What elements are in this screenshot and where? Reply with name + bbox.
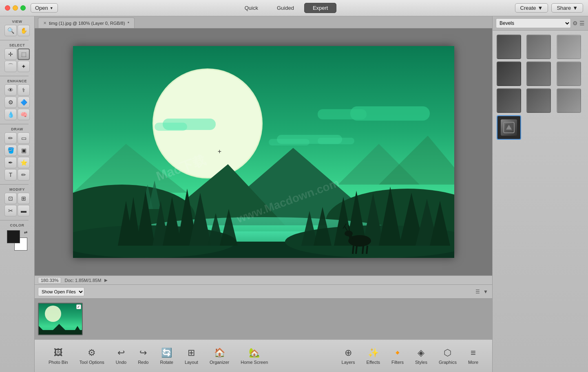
divider-1 (0, 40, 29, 40)
paint-bucket-tool[interactable]: 🪣 (4, 145, 17, 156)
straighten-tool[interactable]: ▬ (18, 205, 30, 216)
style-item-5[interactable] (526, 62, 551, 86)
foreground-color-swatch[interactable] (7, 230, 20, 243)
brush-tool[interactable]: ✏ (4, 132, 17, 144)
filters-button[interactable]: 🔸 Filters (386, 345, 409, 367)
svg-line-52 (367, 246, 367, 254)
panel-gear-icon[interactable]: ⚙ (573, 20, 578, 26)
healing-tool[interactable]: ⚕ (18, 84, 30, 96)
canvas-wrapper: Mac下载 www.Macdown.com + (73, 46, 454, 258)
doc-info: Doc: 1.85M/1.85M (64, 278, 101, 283)
layers-icon: ⊕ (345, 348, 352, 358)
style-item-7[interactable] (497, 88, 521, 113)
svg-rect-6 (155, 123, 187, 131)
effects-label: Effects (367, 360, 380, 365)
recompose-tool[interactable]: ⊞ (18, 193, 30, 204)
stamp-tool[interactable]: 🔷 (18, 97, 30, 108)
organizer-button[interactable]: 🏠 Organizer (204, 345, 235, 367)
canvas-area[interactable]: Mac下载 www.Macdown.com + (35, 29, 492, 275)
zoom-level[interactable]: 180.33% (38, 277, 61, 284)
type-tool[interactable]: T (4, 169, 17, 180)
magic-wand-tool[interactable]: ✦ (18, 61, 30, 72)
layers-button[interactable]: ⊕ Layers (336, 345, 361, 367)
eraser-tool[interactable]: ▭ (18, 132, 30, 144)
style-item-9[interactable] (557, 88, 581, 113)
more-button[interactable]: ≡ More (462, 345, 484, 367)
rotate-button[interactable]: 🔄 Rotate (154, 345, 179, 367)
show-files-select[interactable]: Show Open Files (38, 287, 84, 296)
undo-button[interactable]: ↩ Undo (110, 345, 132, 367)
panel-menu-icon[interactable]: ☰ (579, 20, 585, 26)
bin-expand-icon[interactable]: ▼ (482, 288, 489, 295)
divider-2 (0, 76, 29, 76)
mode-guided[interactable]: Guided (268, 3, 303, 13)
photo-bin-button[interactable]: 🖼 Photo Bin (43, 345, 74, 367)
mode-switcher: Quick Guided Expert (63, 3, 510, 13)
lasso-tool[interactable]: ⌒ (4, 61, 17, 72)
title-right-actions: Create ▼ Share ▼ (515, 3, 583, 13)
gradient-tool[interactable]: ▣ (18, 145, 30, 156)
bin-list-icon[interactable]: ☰ (475, 288, 481, 295)
panel-style-select[interactable]: Bevels (496, 18, 571, 28)
type-mask-tool[interactable]: ✏ (18, 169, 30, 180)
clone-tool[interactable]: ⚙ (4, 97, 17, 108)
move-tool[interactable]: ✛ (4, 48, 17, 60)
more-label: More (468, 360, 478, 365)
open-button[interactable]: Open ▼ (31, 3, 58, 13)
select-tools-row-2: ⌒ ✦ (4, 61, 30, 72)
style-item-2[interactable] (526, 35, 551, 59)
svg-rect-9 (318, 138, 354, 144)
style-item-3[interactable] (557, 35, 581, 59)
close-button[interactable] (5, 5, 10, 11)
redo-button[interactable]: ↪ Redo (132, 345, 154, 367)
enhance-tools-row-2: ⚙ 🔷 (4, 97, 30, 108)
maximize-button[interactable] (20, 5, 26, 11)
home-screen-button[interactable]: 🏡 Home Screen (235, 345, 274, 367)
effects-button[interactable]: ✨ Effects (361, 345, 386, 367)
swap-colors-icon[interactable]: ⇄ (24, 230, 27, 235)
color-section: COLOR ⇄ (0, 222, 34, 252)
style-item-6[interactable] (557, 62, 581, 86)
sponge-tool[interactable]: 🧠 (18, 109, 30, 120)
title-bar: Open ▼ Quick Guided Expert Create ▼ Shar… (0, 0, 588, 16)
photo-thumbnail[interactable]: ✓ (38, 303, 83, 335)
crop-tool[interactable]: ⊡ (4, 193, 17, 204)
thumb-checkbox[interactable]: ✓ (76, 304, 81, 309)
svg-line-51 (363, 246, 363, 254)
styles-button[interactable]: ◈ Styles (409, 345, 433, 367)
divider-3 (0, 124, 29, 124)
hand-tool[interactable]: ✋ (18, 25, 30, 36)
share-button[interactable]: Share ▼ (551, 3, 583, 13)
select-label: SELECT (9, 43, 25, 47)
document-tab[interactable]: ✕ timg (1).jpg @ 180% (Layer 0, RGB/8) * (38, 18, 135, 28)
mode-quick[interactable]: Quick (236, 3, 267, 13)
graphics-icon: ⬡ (444, 348, 451, 358)
create-button[interactable]: Create ▼ (515, 3, 548, 13)
scroll-right-icon[interactable]: ▶ (104, 278, 108, 282)
share-arrow-icon: ▼ (573, 5, 578, 11)
draw-tools-row-4: T ✏ (4, 169, 30, 180)
tool-options-button[interactable]: ⚙ Tool Options (74, 345, 110, 367)
enhance-tools-row-3: 💧 🧠 (4, 109, 30, 120)
tab-close-icon[interactable]: ✕ (43, 21, 46, 25)
smart-brush-tool[interactable]: ⭐ (18, 157, 30, 168)
graphics-button[interactable]: ⬡ Graphics (433, 345, 462, 367)
style-item-4[interactable] (497, 62, 521, 86)
open-label: Open (35, 5, 48, 11)
layout-button[interactable]: ⊞ Layout (179, 345, 204, 367)
eyedropper-tool[interactable]: ✒ (4, 157, 17, 168)
modify-tools-row-2: ✂ ▬ (4, 205, 30, 216)
zoom-tool[interactable]: 🔍 (4, 25, 17, 36)
canvas-footer: 180.33% Doc: 1.85M/1.85M ▶ (35, 275, 492, 284)
minimize-button[interactable] (13, 5, 18, 11)
mode-expert[interactable]: Expert (304, 3, 337, 13)
style-item-8[interactable] (526, 88, 551, 113)
marquee-tool[interactable]: ⬚ (18, 48, 30, 60)
redeye-tool[interactable]: 👁 (4, 84, 17, 96)
style-item-1[interactable] (497, 35, 521, 59)
style-item-selected[interactable] (497, 115, 521, 140)
blur-tool[interactable]: 💧 (4, 109, 17, 120)
content-aware-tool[interactable]: ✂ (4, 205, 17, 216)
center-area: ✕ timg (1).jpg @ 180% (Layer 0, RGB/8) * (35, 16, 492, 372)
modify-tools-row-1: ⊡ ⊞ (4, 193, 30, 204)
